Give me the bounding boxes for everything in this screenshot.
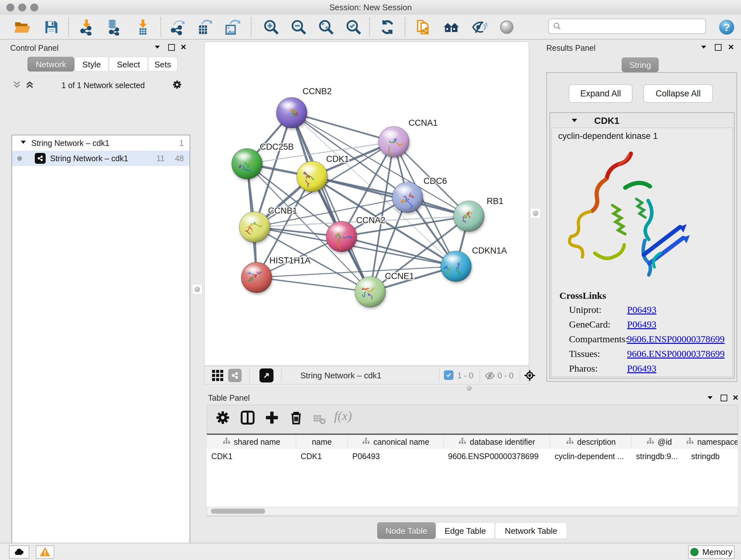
network-edge-HIST1H1A-CCNE1[interactable] — [257, 277, 370, 292]
save-session-icon[interactable] — [42, 18, 61, 37]
column-header-database-identifier[interactable]: database identifier — [444, 435, 550, 449]
export-network-icon[interactable] — [169, 18, 187, 37]
table-cell[interactable]: cyclin-dependent ... — [550, 452, 631, 461]
network-options-gear-icon[interactable] — [172, 79, 183, 91]
column-header-@id[interactable]: @id — [631, 435, 687, 449]
table-cell[interactable]: P06493 — [348, 452, 444, 461]
table-horizontal-scrollbar[interactable] — [207, 507, 738, 515]
warning-status-button[interactable] — [36, 545, 54, 559]
network-node-CDC6[interactable] — [392, 182, 423, 212]
import-network-database-icon[interactable] — [105, 18, 123, 37]
table-panel-float-icon[interactable] — [721, 395, 727, 401]
network-node-CDK1[interactable] — [297, 161, 327, 192]
expand-all-networks-icon[interactable] — [25, 80, 35, 91]
network-node-RB1[interactable] — [454, 201, 484, 232]
network-node-HIST1H1A[interactable] — [241, 262, 272, 293]
hidden-eye-icon[interactable] — [484, 370, 495, 383]
hide-selected-icon[interactable] — [470, 18, 488, 37]
table-cell[interactable]: CDK1 — [296, 452, 348, 461]
network-mode-icon[interactable] — [228, 369, 242, 382]
home-icon[interactable] — [442, 18, 461, 37]
collapse-all-button[interactable]: Collapse All — [643, 84, 713, 103]
open-session-icon[interactable] — [13, 18, 31, 37]
column-header-canonical-name[interactable]: canonical name — [348, 435, 444, 449]
column-header-namespace[interactable]: namespace — [687, 435, 738, 449]
collapse-all-networks-icon[interactable] — [12, 80, 22, 91]
tab-select[interactable]: Select — [109, 57, 148, 71]
column-header-shared-name[interactable]: shared name — [207, 435, 296, 449]
fit-selected-crosshair-icon[interactable] — [524, 369, 536, 383]
table-cell[interactable]: stringdb — [687, 452, 738, 461]
export-table-icon[interactable] — [195, 18, 214, 37]
table-panel-close-icon[interactable]: × — [733, 393, 738, 401]
tab-network-table[interactable]: Network Table — [495, 522, 567, 539]
search-input[interactable] — [562, 21, 705, 31]
disclosure-triangle-icon[interactable] — [20, 138, 27, 148]
gene-disclosure-icon[interactable] — [570, 117, 578, 126]
control-panel-collapse-icon[interactable] — [153, 43, 161, 52]
table-panel-collapse-icon[interactable] — [706, 393, 714, 403]
control-panel-close-icon[interactable]: × — [181, 43, 186, 51]
expand-all-button[interactable]: Expand All — [569, 84, 632, 103]
table-row[interactable]: CDK1CDK1P064939606.ENSP00000378699cyclin… — [207, 449, 738, 463]
show-columns-icon[interactable] — [240, 410, 256, 427]
network-node-CCNA1[interactable] — [379, 126, 409, 157]
horizontal-splitter-handle[interactable] — [467, 386, 472, 391]
graphics-details-icon[interactable] — [497, 18, 516, 37]
network-node-CCNE1[interactable] — [355, 276, 386, 307]
zoom-out-icon[interactable] — [289, 18, 308, 37]
delete-column-icon[interactable] — [288, 410, 304, 427]
apply-preferred-layout-icon[interactable] — [378, 18, 397, 37]
column-header-name[interactable]: name — [296, 435, 348, 449]
crosslink-value[interactable]: P06493 — [627, 304, 657, 315]
zoom-in-icon[interactable] — [262, 18, 280, 37]
help-icon[interactable]: ? — [718, 18, 736, 37]
crosslink-value[interactable]: P06493 — [627, 363, 657, 374]
memory-button[interactable]: Memory — [688, 545, 735, 559]
selected-checkbox-icon[interactable] — [444, 370, 454, 380]
network-node-CCNB2[interactable] — [276, 98, 307, 128]
export-image-icon[interactable] — [223, 18, 241, 37]
tab-network[interactable]: Network — [27, 57, 74, 71]
crosslink-value[interactable]: 9606.ENSP00000378699 — [627, 348, 725, 359]
crosslink-value[interactable]: 9606.ENSP00000378699 — [627, 334, 725, 345]
zoom-fit-content-icon[interactable] — [317, 18, 335, 37]
import-network-file-icon[interactable] — [77, 18, 96, 37]
shared-column-icon — [222, 437, 231, 447]
results-panel-collapse-icon[interactable] — [699, 43, 708, 52]
network-row[interactable]: String Network – cdk1 11 48 — [12, 151, 190, 166]
network-graph[interactable]: CCNB2CCNA1CDC25BCDK1CDC6RB1CCNB1CCNA2CDK… — [205, 42, 529, 366]
network-collection-row[interactable]: String Network – cdk1 1 — [12, 135, 190, 151]
left-splitter-handle[interactable] — [192, 284, 202, 294]
results-panel-close-icon[interactable]: × — [728, 43, 734, 51]
results-panel-float-icon[interactable] — [715, 44, 722, 51]
tab-style[interactable]: Style — [74, 57, 109, 71]
network-view-title: String Network – cdk1 — [300, 371, 381, 381]
import-table-file-icon[interactable] — [134, 18, 152, 37]
table-cell[interactable]: 9606.ENSP00000378699 — [444, 452, 550, 461]
search-box[interactable] — [548, 18, 706, 34]
tab-sets[interactable]: Sets — [148, 57, 178, 71]
tab-node-table[interactable]: Node Table — [377, 522, 435, 539]
network-node-CDC25B[interactable] — [232, 148, 262, 179]
network-canvas[interactable]: CCNB2CCNA1CDC25BCDK1CDC6RB1CCNB1CCNA2CDK… — [204, 42, 529, 366]
grid-mode-icon[interactable] — [211, 369, 224, 383]
tab-edge-table[interactable]: Edge Table — [435, 522, 495, 539]
table-cell[interactable]: stringdb:9... — [631, 452, 687, 461]
crosslink-value[interactable]: P06493 — [627, 319, 657, 330]
network-node-CCNB1[interactable] — [239, 212, 270, 242]
add-column-icon[interactable] — [264, 410, 280, 427]
cloud-status-button[interactable] — [9, 545, 29, 559]
right-splitter-handle[interactable] — [530, 208, 541, 219]
network-node-CDKN1A[interactable] — [441, 251, 471, 282]
scrollbar-thumb[interactable] — [211, 509, 265, 514]
birds-eye-view-icon[interactable] — [259, 368, 273, 382]
network-node-CCNA2[interactable] — [326, 221, 357, 252]
table-cell[interactable]: CDK1 — [207, 452, 296, 461]
table-options-gear-icon[interactable] — [215, 410, 231, 427]
column-header-description[interactable]: description — [550, 435, 631, 449]
cybrowser-icon[interactable] — [414, 18, 432, 37]
control-panel-float-icon[interactable] — [168, 44, 175, 51]
tab-string[interactable]: String — [622, 57, 659, 72]
zoom-selected-icon[interactable] — [344, 18, 363, 37]
